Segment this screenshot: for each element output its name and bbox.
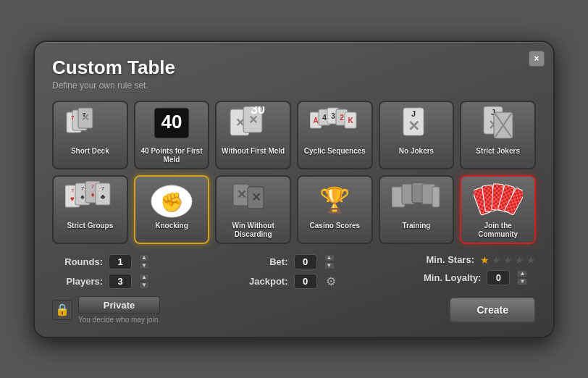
- players-line: Players: 3 ▲ ▼: [52, 274, 149, 289]
- option-30-without[interactable]: ✕ ✕ 30 Without First Meld: [215, 101, 291, 169]
- loyalty-down[interactable]: ▼: [517, 278, 527, 285]
- star-3[interactable]: ★: [503, 254, 513, 266]
- dialog-title: Custom Table: [52, 56, 536, 79]
- svg-text:J: J: [411, 109, 416, 118]
- strict-groups-label: Strict Groups: [67, 222, 113, 230]
- 40-points-icon: 40: [147, 106, 196, 144]
- min-loyalty-value: 0: [487, 270, 510, 285]
- training-label: Training: [403, 222, 431, 230]
- bet-spinner[interactable]: ▲ ▼: [324, 254, 335, 269]
- stars-row: ★ ★ ★ ★ ★: [480, 254, 536, 266]
- rounds-spinner[interactable]: ▲ ▼: [139, 254, 149, 269]
- option-win-without-discarding[interactable]: ✕ ✕ Win Without Discarding: [215, 175, 291, 244]
- join-community-label: Join the Community: [464, 222, 532, 239]
- svg-text:🏆: 🏆: [319, 185, 350, 215]
- svg-text:3: 3: [332, 112, 336, 120]
- loyalty-spinner[interactable]: ▲ ▼: [517, 270, 527, 285]
- custom-table-dialog: × Custom Table Define your own rule set.…: [33, 41, 555, 338]
- svg-text:7: 7: [81, 185, 85, 192]
- casino-scores-label: Casino Scores: [310, 222, 360, 230]
- dialog-subtitle: Define your own rule set.: [52, 80, 536, 91]
- create-button[interactable]: Create: [449, 297, 536, 323]
- rounds-players-group: Rounds: 1 ▲ ▼ Players: 3 ▲ ▼: [52, 254, 149, 289]
- svg-text:♥: ♥: [70, 195, 75, 203]
- win-without-discarding-icon: ✕ ✕: [229, 181, 278, 219]
- loyalty-up[interactable]: ▲: [517, 270, 527, 277]
- option-short-deck[interactable]: ✕ 7 7 Short Deck: [52, 101, 128, 169]
- rounds-down[interactable]: ▼: [139, 262, 149, 269]
- bet-label: Bet:: [238, 256, 288, 267]
- option-join-community[interactable]: Join the Community: [460, 175, 536, 244]
- jackpot-line: Jackpot: 0 ⚙: [238, 274, 336, 289]
- svg-text:A: A: [314, 117, 319, 125]
- bet-up[interactable]: ▲: [324, 254, 335, 261]
- star-5[interactable]: ★: [526, 254, 536, 266]
- svg-rect-55: [432, 187, 440, 207]
- svg-text:✕: ✕: [407, 118, 419, 134]
- win-without-discarding-label: Win Without Discarding: [219, 222, 287, 239]
- knocking-label: Knocking: [155, 222, 188, 230]
- training-icon: [392, 181, 441, 219]
- star-4[interactable]: ★: [515, 254, 524, 266]
- jackpot-icon: ⚙: [326, 274, 336, 288]
- option-no-jokers[interactable]: J ✕ No Jokers: [379, 101, 455, 169]
- bet-down[interactable]: ▼: [324, 262, 335, 269]
- option-strict-groups[interactable]: 7 ♥ 7 ♠ 7 ♦ 7 ♣ Strict Groups: [52, 175, 128, 244]
- rounds-line: Rounds: 1 ▲ ▼: [52, 254, 149, 269]
- rounds-up[interactable]: ▲: [139, 254, 149, 261]
- svg-text:7: 7: [101, 185, 105, 192]
- players-up[interactable]: ▲: [139, 274, 149, 281]
- min-loyalty-line: Min. Loyalty: 0 ▲ ▼: [424, 270, 536, 285]
- rounds-label: Rounds:: [52, 256, 103, 267]
- svg-text:K: K: [348, 117, 354, 125]
- option-casino-scores[interactable]: 🏆 Casino Scores: [297, 175, 373, 244]
- min-loyalty-label: Min. Loyalty:: [424, 272, 481, 283]
- option-40-points[interactable]: 40 40 Points for First Meld: [134, 101, 210, 169]
- option-strict-jokers[interactable]: J ✕ Strict Jokers: [460, 101, 536, 169]
- join-community-icon: [474, 181, 523, 219]
- jackpot-label: Jackpot:: [238, 276, 288, 287]
- svg-text:✕: ✕: [236, 188, 245, 201]
- no-jokers-label: No Jokers: [399, 147, 434, 156]
- svg-text:✕: ✕: [251, 191, 260, 203]
- casino-scores-icon: 🏆: [310, 181, 359, 219]
- private-info: Private You decide who may join.: [78, 296, 160, 324]
- svg-text:7: 7: [71, 114, 75, 121]
- option-knocking[interactable]: ✊ Knocking: [134, 175, 210, 244]
- option-training[interactable]: Training: [379, 175, 455, 244]
- 30-without-icon: ✕ ✕ 30: [229, 106, 278, 144]
- 40-points-label: 40 Points for First Meld: [138, 147, 206, 164]
- close-button[interactable]: ×: [529, 51, 545, 67]
- bet-value: 0: [294, 254, 317, 269]
- players-label: Players:: [52, 276, 103, 287]
- svg-text:♣: ♣: [101, 193, 106, 201]
- private-note: You decide who may join.: [78, 316, 160, 324]
- strict-groups-icon: 7 ♥ 7 ♠ 7 ♦ 7 ♣: [65, 181, 114, 219]
- 30-without-label: Without First Meld: [222, 147, 285, 156]
- star-2[interactable]: ★: [492, 254, 501, 266]
- no-jokers-icon: J ✕: [392, 106, 441, 144]
- svg-text:7: 7: [91, 183, 95, 190]
- short-deck-icon: ✕ 7 7: [65, 106, 114, 144]
- private-button[interactable]: Private: [78, 296, 160, 314]
- stars-loyalty-group: Min. Stars: ★ ★ ★ ★ ★ Min. Loyalty: 0 ▲ …: [424, 254, 536, 285]
- options-grid: ✕ 7 7 Short Deck 40 40 Points for First …: [52, 101, 536, 244]
- svg-text:30: 30: [251, 106, 265, 117]
- svg-text:♠: ♠: [81, 193, 85, 201]
- jackpot-value: 0: [294, 274, 317, 289]
- bet-jackpot-group: Bet: 0 ▲ ▼ Jackpot: 0 ⚙: [238, 254, 336, 289]
- controls-section: Rounds: 1 ▲ ▼ Players: 3 ▲ ▼ Bet: 0: [52, 254, 536, 289]
- players-value: 3: [109, 274, 132, 289]
- min-stars-line: Min. Stars: ★ ★ ★ ★ ★: [424, 254, 536, 266]
- svg-text:2: 2: [340, 114, 345, 122]
- players-spinner[interactable]: ▲ ▼: [139, 274, 149, 289]
- svg-text:7: 7: [83, 112, 86, 118]
- lock-icon: 🔒: [52, 300, 72, 320]
- strict-jokers-label: Strict Jokers: [476, 147, 520, 156]
- star-1[interactable]: ★: [480, 254, 490, 266]
- bet-line: Bet: 0 ▲ ▼: [238, 254, 336, 269]
- players-down[interactable]: ▼: [139, 282, 149, 289]
- rounds-value: 1: [109, 254, 132, 269]
- svg-text:7: 7: [71, 188, 75, 194]
- option-cyclic[interactable]: A 4 3 2 K Cyclic Sequences: [297, 101, 373, 169]
